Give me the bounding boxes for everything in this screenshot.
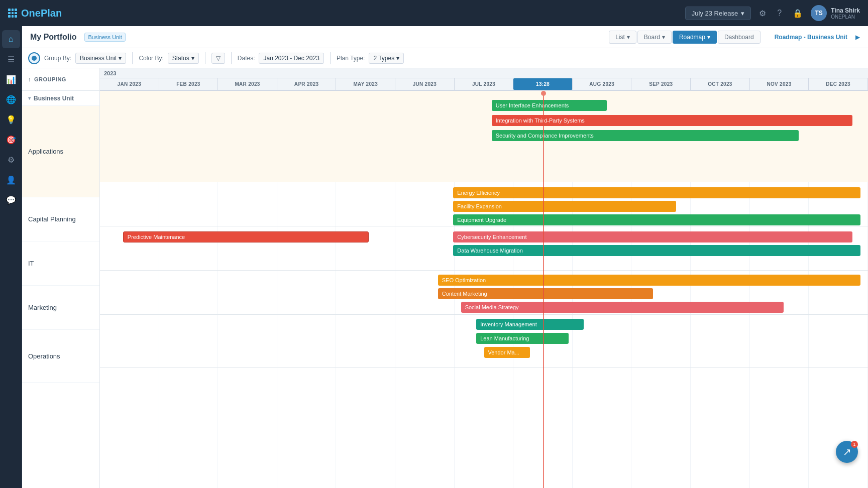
- lock-button[interactable]: 🔒: [790, 6, 806, 21]
- board-chevron-icon: [662, 34, 665, 41]
- marketing-label: Marketing: [28, 304, 57, 311]
- group-by-label: Group By:: [44, 55, 71, 62]
- dates-label: Dates:: [238, 55, 255, 62]
- bar-data-warehouse[interactable]: Data Warehouse Migration: [453, 245, 860, 256]
- bar-equipment[interactable]: Equipment Upgrade: [453, 214, 860, 225]
- nav-chart[interactable]: 📊: [2, 70, 20, 88]
- it-gantt: Predictive Maintenance Cybersecurity Enh…: [100, 226, 868, 271]
- fab-button[interactable]: ↗ 1: [836, 441, 858, 463]
- roadmap-body: ↑ GROUPING ▾ Business Unit Applications …: [22, 68, 868, 488]
- sep3: [231, 52, 232, 64]
- bar-content-marketing[interactable]: Content Marketing: [438, 288, 653, 299]
- bar-energy[interactable]: Energy Efficiency: [453, 187, 860, 198]
- list-view-button[interactable]: List: [609, 31, 636, 44]
- nav-bulb[interactable]: 💡: [2, 110, 20, 129]
- view-buttons: List Board Roadmap Dashboard: [609, 31, 760, 44]
- bar-label: Cybersecurity Enhancement: [457, 234, 526, 240]
- settings-button[interactable]: ⚙: [756, 6, 769, 21]
- topbar-right: July 23 Release ⚙ ? 🔒 TS Tina Shirk ONEP…: [685, 5, 860, 21]
- month-dec: DEC 2023: [809, 78, 868, 90]
- bar-seo[interactable]: SEO Optimization: [438, 275, 860, 286]
- bar-facility[interactable]: Facility Expansion: [453, 201, 676, 212]
- app-logo: OnePlan: [8, 8, 679, 19]
- fab-icon: ↗: [843, 446, 851, 458]
- circle-inner: [32, 56, 37, 61]
- user-profile[interactable]: TS Tina Shirk ONEPLAN: [811, 5, 860, 21]
- portfolio-title: My Portfolio: [30, 33, 76, 42]
- bu-group-row[interactable]: ▾ Business Unit: [22, 91, 99, 106]
- bar-label: Equipment Upgrade: [457, 217, 506, 223]
- plan-type-label: Plan Type:: [337, 55, 365, 62]
- nav-home[interactable]: ⌂: [2, 30, 20, 48]
- avatar: TS: [811, 5, 827, 21]
- capital-planning-label: Capital Planning: [28, 215, 76, 223]
- subheader: My Portfolio Business Unit List Board Ro…: [22, 26, 868, 48]
- applications-gantt: User Interface Enhancements Integration …: [100, 91, 868, 182]
- fab-badge: 1: [851, 441, 858, 448]
- capital-gantt: Energy Efficiency Facility Expansion Equ…: [100, 182, 868, 226]
- marketing-group-row[interactable]: Marketing: [22, 286, 99, 330]
- bar-label: SEO Optimization: [442, 277, 486, 283]
- bar-label: User Interface Enhancements: [496, 102, 569, 108]
- month-today: 13:28: [513, 78, 573, 90]
- dates-select[interactable]: Jan 2023 - Dec 2023: [259, 53, 323, 64]
- sep2: [205, 52, 205, 64]
- color-by-select[interactable]: Status: [168, 53, 199, 64]
- bar-user-interface[interactable]: User Interface Enhancements: [492, 100, 607, 111]
- month-jan: JAN 2023: [100, 78, 159, 90]
- month-oct: OCT 2023: [691, 78, 750, 90]
- it-group-row[interactable]: IT: [22, 241, 99, 286]
- grouping-items: ▾ Business Unit Applications Capital Pla…: [22, 91, 99, 488]
- nav-person[interactable]: 👤: [2, 171, 20, 189]
- help-button[interactable]: ?: [774, 6, 785, 21]
- operations-group-row[interactable]: Operations: [22, 330, 99, 383]
- operations-label: Operations: [28, 352, 60, 360]
- circle-select-button[interactable]: [28, 52, 40, 64]
- bar-label: Facility Expansion: [457, 203, 502, 209]
- month-sep: SEP 2023: [631, 78, 691, 90]
- dashboard-view-button[interactable]: Dashboard: [718, 31, 761, 44]
- group-by-select[interactable]: Business Unit: [75, 53, 126, 64]
- bar-label: Social Media Strategy: [465, 304, 519, 310]
- bar-lean-manufacturing[interactable]: Lean Manufacturing: [476, 333, 568, 344]
- bar-vendor[interactable]: Vendor Ma...: [484, 347, 530, 358]
- nav-list[interactable]: ☰: [2, 50, 20, 68]
- bar-integration[interactable]: Integration with Third-Party Systems: [492, 115, 853, 126]
- topbar: OnePlan July 23 Release ⚙ ? 🔒 TS Tina Sh…: [0, 0, 868, 26]
- app-name: OnePlan: [21, 8, 62, 19]
- grouping-label: GROUPING: [34, 76, 66, 82]
- release-label: July 23 Release: [692, 10, 738, 17]
- applications-label: Applications: [28, 148, 63, 155]
- board-view-button[interactable]: Board: [637, 31, 672, 44]
- color-by-label: Color By:: [139, 55, 163, 62]
- bar-predictive[interactable]: Predictive Maintenance: [123, 231, 369, 242]
- bar-cybersecurity[interactable]: Cybersecurity Enhancement: [453, 231, 852, 242]
- month-apr: APR 2023: [277, 78, 337, 90]
- bar-label: Integration with Third-Party Systems: [496, 117, 585, 124]
- grid-icon: [8, 9, 17, 18]
- filter-button[interactable]: ▽: [211, 53, 225, 64]
- content-area: My Portfolio Business Unit List Board Ro…: [22, 26, 868, 488]
- bar-security[interactable]: Security and Compliance Improvements: [492, 130, 799, 141]
- expand-icon[interactable]: ▶: [855, 34, 860, 41]
- month-jun: JUN 2023: [395, 78, 455, 90]
- applications-group-row[interactable]: Applications: [22, 106, 99, 197]
- bar-label: Energy Efficiency: [457, 190, 500, 196]
- marketing-gantt: SEO Optimization Content Marketing Socia…: [100, 271, 868, 315]
- user-org: ONEPLAN: [831, 14, 860, 20]
- nav-settings2[interactable]: ⚙: [2, 151, 20, 169]
- bar-social-media[interactable]: Social Media Strategy: [461, 302, 784, 313]
- capital-planning-group-row[interactable]: Capital Planning: [22, 197, 99, 241]
- nav-chat[interactable]: 💬: [2, 191, 20, 209]
- plan-type-select[interactable]: 2 Types: [369, 53, 404, 64]
- nav-globe[interactable]: 🌐: [2, 90, 20, 108]
- user-info: Tina Shirk ONEPLAN: [831, 7, 860, 20]
- nav-target[interactable]: 🎯: [2, 131, 20, 149]
- month-jul: JUL 2023: [455, 78, 514, 90]
- chevron-down-icon: [741, 10, 744, 17]
- release-button[interactable]: July 23 Release: [685, 7, 751, 20]
- bar-label: Security and Compliance Improvements: [496, 133, 594, 139]
- bar-inventory[interactable]: Inventory Management: [476, 319, 584, 330]
- roadmap-view-button[interactable]: Roadmap: [673, 31, 717, 44]
- color-by-chevron: [191, 55, 194, 62]
